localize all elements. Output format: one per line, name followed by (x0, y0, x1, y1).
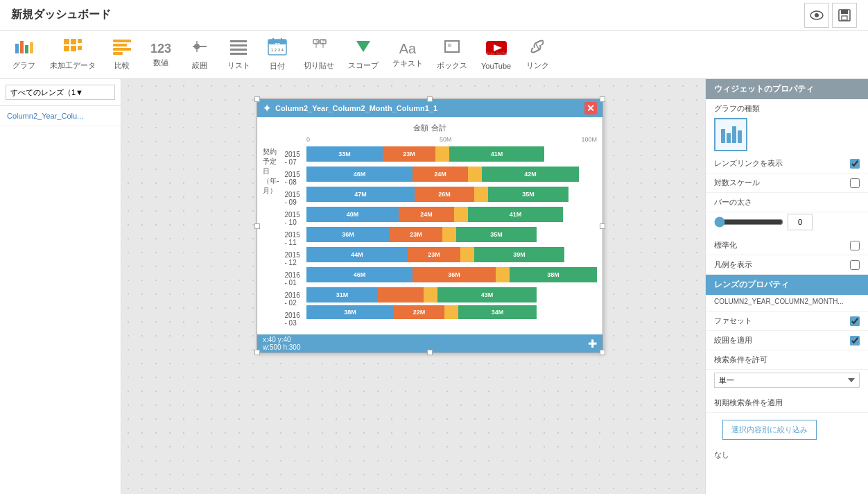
bar-orange-2: 26M (415, 187, 474, 202)
preview-button[interactable] (804, 3, 829, 28)
tool-box[interactable]: ボックス (431, 34, 473, 76)
tool-number[interactable]: 123 数値 (143, 34, 179, 76)
right-panel: ウィジェットのプロパティ グラフの種類 レ (705, 79, 868, 494)
list-icon (229, 38, 248, 59)
rawdata-icon (63, 38, 83, 59)
resize-handle-tr[interactable] (600, 96, 605, 102)
initial-search-row: 初期検索条件を適用 (706, 393, 868, 413)
tool-text[interactable]: Aa テキスト (387, 34, 428, 76)
resize-handle-ml[interactable] (254, 223, 260, 229)
facet-label: ファセット (714, 316, 752, 326)
tool-youtube[interactable]: Tube YouTube YouTube (476, 34, 517, 76)
text-icon: Aa (399, 41, 416, 57)
bar-width-label: バーの太さ (714, 197, 752, 207)
legend-checkbox[interactable] (850, 260, 860, 270)
resize-handle-bm[interactable] (427, 350, 433, 355)
bar-chart-icon (720, 124, 742, 146)
bar-green-3: 41M (468, 207, 563, 222)
svg-rect-17 (113, 48, 131, 51)
graph-type-bar-button[interactable] (714, 118, 747, 151)
svg-rect-51 (727, 133, 731, 143)
bar-blue-4: 36M (306, 227, 390, 242)
chart-container: 金額 合計 契約予定日（年-月） 2015 - 07 2015 - 08 201… (257, 117, 602, 334)
search-label-row: 検索条件を許可 (706, 350, 868, 370)
bar-row-8: 38M 22M 34M (306, 305, 597, 319)
chart-row-labels: 2015 - 07 2015 - 08 2015 - 09 2015 - 10 … (285, 136, 307, 329)
chart-area: 契約予定日（年-月） 2015 - 07 2015 - 08 2015 - 09… (263, 136, 597, 329)
svg-text:YouTube: YouTube (496, 51, 507, 56)
bar-orange-8: 22M (394, 305, 444, 319)
tool-graph-label: グラフ (12, 60, 35, 71)
facet-checkbox[interactable] (850, 316, 860, 326)
resize-handle-mr[interactable] (600, 223, 605, 229)
bar-green-1: 42M (482, 167, 579, 182)
tool-cutpaste[interactable]: X Z 切り貼せ (298, 34, 340, 76)
tool-scope-label: スコープ (348, 60, 379, 71)
widget-resize-handle[interactable]: ✚ (588, 337, 597, 350)
tool-compare[interactable]: 比較 (104, 34, 140, 76)
bar-width-slider[interactable] (714, 216, 783, 228)
bar-row-0: 33M 23M 41M (306, 144, 597, 164)
svg-rect-25 (230, 49, 247, 51)
bar-blue-7: 31M (306, 287, 378, 303)
resize-handle-br[interactable] (600, 350, 605, 355)
search-select[interactable]: 単一 (714, 373, 860, 388)
tool-scope[interactable]: スコープ (342, 34, 384, 76)
tool-cutpaste-label: 切り貼せ (304, 60, 334, 71)
save-button[interactable] (832, 3, 857, 28)
tool-rawdata[interactable]: 未加工データ (44, 34, 101, 76)
bar-row-2: 47M 26M 35M (306, 185, 597, 204)
initial-search-label: 初期検索条件を適用 (714, 398, 783, 408)
header: 新規ダッシュボード (0, 0, 868, 31)
filter-button[interactable]: 選択内容別に絞り込み (722, 420, 817, 440)
lens-item-0[interactable]: Column2_Year_Colu... (0, 106, 121, 126)
canvas-area[interactable]: ✦ Column2_Year_Column2_Month_Column1_1 ✕… (121, 79, 705, 494)
box-icon (442, 38, 462, 59)
lens-link-checkbox[interactable] (850, 159, 860, 169)
resize-handle-tm[interactable] (427, 96, 433, 102)
resize-handle-tl[interactable] (254, 96, 260, 102)
svg-rect-11 (64, 46, 69, 51)
svg-rect-10 (71, 39, 76, 44)
scope-icon (354, 38, 373, 59)
tool-compare-label: 比較 (114, 60, 130, 71)
bar-row-1: 46M 24M 42M (306, 164, 597, 184)
tool-range[interactable]: 絞囲 (182, 34, 218, 76)
search-conditions-label: 検索条件を許可 (714, 355, 767, 365)
tool-box-label: ボックス (437, 60, 467, 71)
widget-close-button[interactable]: ✕ (584, 102, 597, 114)
log-scale-checkbox[interactable] (850, 178, 860, 188)
bar-yellow-6 (496, 267, 510, 282)
svg-rect-26 (230, 53, 247, 55)
normalize-checkbox[interactable] (850, 241, 860, 250)
chart-title: 金額 合計 (263, 123, 597, 133)
filter-value-row: なし (706, 447, 868, 463)
lens-select[interactable]: すべてのレンズ（1▼ (6, 85, 115, 100)
range-checkbox[interactable] (850, 336, 860, 346)
bar-yellow-8 (444, 305, 458, 319)
svg-rect-9 (64, 39, 69, 44)
tool-link-label: リンク (526, 60, 549, 71)
svg-rect-14 (78, 46, 82, 50)
bar-yellow-2 (474, 187, 488, 202)
lens-selector[interactable]: すべてのレンズ（1▼ (0, 79, 121, 106)
resize-handle-bl[interactable] (254, 350, 260, 355)
bar-width-input[interactable] (788, 214, 813, 230)
widget-move-handle[interactable]: ✦ (263, 103, 271, 114)
bar-row-6: 46M 36M 38M (306, 265, 597, 284)
lens-properties-section: レンズのプロパティ COLUMN2_YEAR_COLUMN2_MONTH... … (706, 275, 868, 463)
legend-label: 凡例を表示 (714, 259, 752, 270)
youtube-icon: Tube YouTube (485, 40, 507, 60)
tool-graph[interactable]: グラフ (6, 34, 42, 76)
lens-props-name: COLUMN2_YEAR_COLUMN2_MONTH... (706, 295, 868, 312)
tool-date[interactable]: 23 12 34 日付 (259, 34, 295, 76)
lens-props-header: レンズのプロパティ (706, 275, 868, 295)
svg-text:4: 4 (281, 48, 284, 52)
legend-row: 凡例を表示 (706, 255, 868, 275)
tool-list[interactable]: リスト (220, 34, 257, 76)
bar-green-4: 35M (456, 227, 537, 242)
tool-link[interactable]: リンク (519, 34, 555, 76)
chart-widget[interactable]: ✦ Column2_Year_Column2_Month_Column1_1 ✕… (257, 99, 603, 353)
svg-line-49 (536, 44, 539, 49)
bar-blue-3: 40M (306, 207, 399, 222)
